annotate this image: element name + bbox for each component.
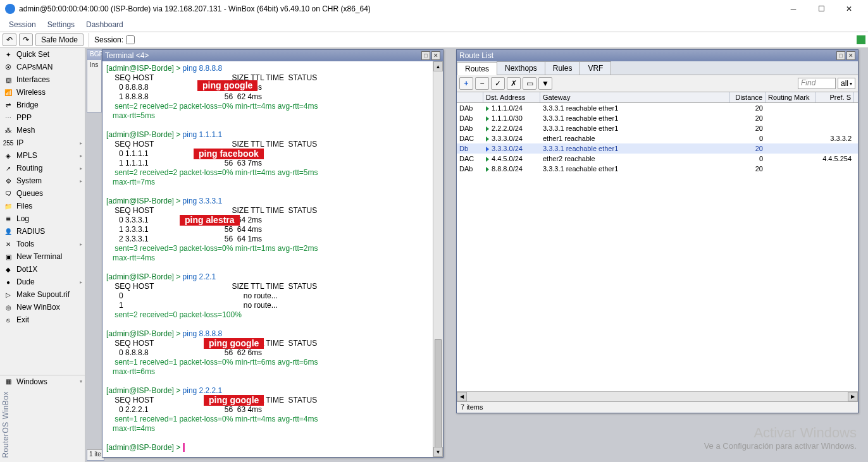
sidebar-item-label: Dot1X <box>16 265 37 274</box>
routelist-body: Routes Nexthops Rules VRF + − ✓ ✗ ▭ ▼ Fi… <box>457 61 858 413</box>
table-row[interactable]: DAb1.1.1.0/303.3.3.1 reachable ether120 <box>457 113 858 123</box>
sidebar-item-wireless[interactable]: 📶Wireless <box>0 86 85 99</box>
add-button[interactable]: + <box>459 77 473 90</box>
chevron-right-icon: ▸ <box>80 153 82 159</box>
sidebar-item-interfaces[interactable]: ▧Interfaces <box>0 73 85 86</box>
sidebar-icon: ✦ <box>4 50 13 59</box>
safe-mode-button[interactable]: Safe Mode <box>35 33 84 46</box>
col-rm[interactable]: Routing Mark <box>766 92 816 102</box>
sidebar-item-new-winbox[interactable]: ◎New WinBox <box>0 301 85 313</box>
sidebar-item-system[interactable]: ⚙System▸ <box>0 174 85 187</box>
redo-button[interactable]: ↷ <box>19 33 33 46</box>
filter-button[interactable]: ▼ <box>538 77 552 90</box>
sidebar-item-tools[interactable]: ✕Tools▸ <box>0 238 85 250</box>
col-flag[interactable] <box>457 92 483 102</box>
terminal-scrollbar[interactable]: ▲ ▼ <box>433 61 443 457</box>
main-area: ✦Quick Set⦿CAPsMAN▧Interfaces📶Wireless⇌B… <box>0 48 868 462</box>
routelist-tabs: Routes Nexthops Rules VRF <box>457 61 858 75</box>
sidebar-item-make-supout-rif[interactable]: ▷Make Supout.rif <box>0 288 85 301</box>
table-row[interactable]: DAC3.3.3.0/24ether1 reachable03.3.3.2 <box>457 133 858 143</box>
sidebar-item-mesh[interactable]: ⁂Mesh <box>0 124 85 137</box>
annotation-label: ping google <box>197 80 257 91</box>
sidebar-item-bridge[interactable]: ⇌Bridge <box>0 99 85 111</box>
sidebar-item-label: CAPsMAN <box>16 63 53 71</box>
routelist-close-button[interactable]: ✕ <box>846 51 855 60</box>
col-gw[interactable]: Gateway <box>540 92 730 102</box>
table-row[interactable]: DAC4.4.5.0/24ether2 reachable04.4.5.254 <box>457 154 858 164</box>
annotation-label: ping facebook <box>194 149 264 159</box>
menu-settings[interactable]: Settings <box>42 19 80 30</box>
sidebar-item-label: PPP <box>16 113 32 122</box>
tab-nexthops[interactable]: Nexthops <box>497 61 545 75</box>
sidebar-item-dude[interactable]: ●Dude▸ <box>0 276 85 288</box>
routelist-min-button[interactable]: □ <box>836 51 845 60</box>
sidebar-item-label: Quick Set <box>16 50 49 59</box>
sidebar-item-label: New Terminal <box>16 252 62 261</box>
scroll-thumb[interactable] <box>435 339 442 453</box>
toolbar-separator <box>89 33 89 47</box>
sidebar-item-quick-set[interactable]: ✦Quick Set <box>0 48 85 61</box>
sidebar-item-ppp[interactable]: ⋯PPP <box>0 111 85 124</box>
table-row[interactable]: DAb1.1.1.0/243.3.3.1 reachable ether120 <box>457 103 858 113</box>
tab-routes[interactable]: Routes <box>457 62 497 75</box>
sidebar-item-routing[interactable]: ↗Routing▸ <box>0 162 85 174</box>
find-input[interactable]: Find <box>798 78 836 89</box>
all-dropdown[interactable]: all▾ <box>838 78 855 89</box>
sidebar-item-new-terminal[interactable]: ▣New Terminal <box>0 250 85 263</box>
table-row[interactable]: Db3.3.3.0/243.3.3.1 reachable ether120 <box>457 143 858 154</box>
sidebar-icon: 🗨 <box>4 189 13 198</box>
table-row[interactable]: DAb8.8.8.0/243.3.3.1 reachable ether120 <box>457 164 858 174</box>
undo-button[interactable]: ↶ <box>3 33 16 46</box>
sidebar-item-queues[interactable]: 🗨Queues <box>0 187 85 200</box>
routelist-hscroll[interactable]: ◀ ▶ <box>457 391 858 401</box>
sidebar-item-capsman[interactable]: ⦿CAPsMAN <box>0 61 85 73</box>
sidebar-icon: ≣ <box>4 214 13 223</box>
terminal-body[interactable]: [admin@ISP-Borde] > ping 8.8.8.8 SEQ HOS… <box>102 61 443 457</box>
terminal-min-button[interactable]: □ <box>421 51 430 60</box>
sidebar-item-log[interactable]: ≣Log <box>0 212 85 225</box>
sidebar-icon: 📁 <box>4 202 13 210</box>
routelist-titlebar[interactable]: Route List □ ✕ <box>457 50 858 61</box>
scroll-right-icon[interactable]: ▶ <box>848 392 858 401</box>
sidebar-icon: ▣ <box>4 252 13 261</box>
menu-session[interactable]: Session <box>4 19 41 30</box>
sidebar-icon: 255 <box>4 138 13 147</box>
terminal-titlebar[interactable]: Terminal <4> □ ✕ <box>102 50 443 61</box>
col-ps[interactable]: Pref. S <box>816 92 854 102</box>
brand-text: RouterOS WinBox <box>0 387 85 462</box>
peek-title: BGP <box>87 50 101 60</box>
annotation-label: ping alestra <box>180 215 240 226</box>
close-button[interactable]: ✕ <box>835 0 863 18</box>
scroll-up-icon[interactable]: ▲ <box>433 61 443 71</box>
sidebar-item-label: New WinBox <box>16 303 60 312</box>
col-dst[interactable]: Dst. Address <box>483 92 540 102</box>
tab-rules[interactable]: Rules <box>545 61 581 75</box>
scroll-left-icon[interactable]: ◀ <box>457 392 467 401</box>
sidebar-item-dot1x[interactable]: ◆Dot1X <box>0 263 85 276</box>
sidebar-item-radius[interactable]: 👤RADIUS <box>0 225 85 238</box>
comment-button[interactable]: ▭ <box>523 77 536 90</box>
sidebar-item-label: IP <box>16 138 23 147</box>
sidebar-item-label: Windows <box>16 377 47 386</box>
minimize-button[interactable]: ─ <box>779 0 807 18</box>
session-checkbox[interactable] <box>126 35 135 44</box>
windows-icon: ▦ <box>4 377 13 386</box>
menu-dashboard[interactable]: Dashboard <box>81 19 128 30</box>
sidebar-item-mpls[interactable]: ◈MPLS▸ <box>0 149 85 162</box>
disable-button[interactable]: ✗ <box>507 77 521 90</box>
table-row[interactable]: DAb2.2.2.0/243.3.3.1 reachable ether120 <box>457 123 858 133</box>
sidebar-item-files[interactable]: 📁Files <box>0 200 85 212</box>
tab-vrf[interactable]: VRF <box>580 61 611 75</box>
terminal-close-button[interactable]: ✕ <box>431 51 440 60</box>
sidebar-item-exit[interactable]: ⎋Exit <box>0 313 85 326</box>
scroll-down-icon[interactable]: ▼ <box>433 447 443 457</box>
sidebar-item-ip[interactable]: 255IP▸ <box>0 137 85 149</box>
sidebar-icon: ⚙ <box>4 176 13 185</box>
sidebar-icon: ⁂ <box>4 126 13 135</box>
sidebar-item-label: Make Supout.rif <box>16 290 70 299</box>
remove-button[interactable]: − <box>475 77 489 90</box>
col-dist[interactable]: Distance <box>730 92 766 102</box>
sidebar-item-windows[interactable]: ▦ Windows ▾ <box>0 375 85 387</box>
maximize-button[interactable]: ☐ <box>807 0 835 18</box>
enable-button[interactable]: ✓ <box>491 77 505 90</box>
